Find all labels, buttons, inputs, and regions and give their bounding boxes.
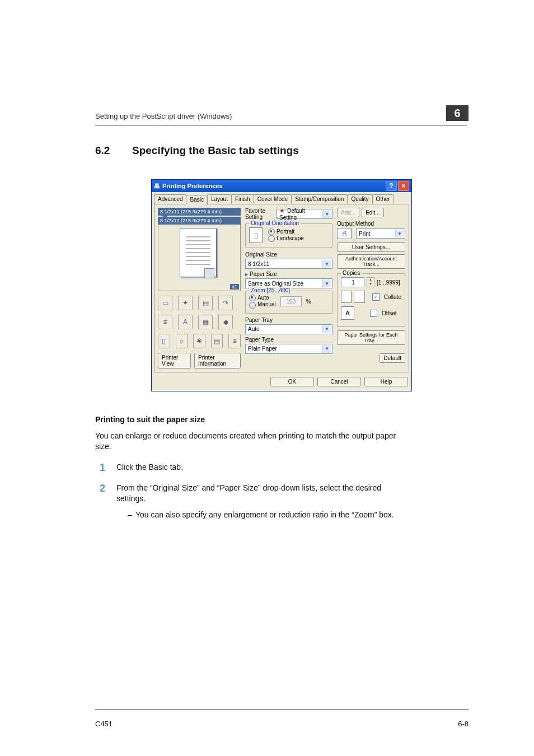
step-number-2: 2 (95, 483, 105, 520)
preview-header-top: 8 1/2x11 (215.9x279.4 mm) (158, 208, 241, 216)
option-icon[interactable]: A (178, 315, 193, 329)
tab-quality[interactable]: Quality (347, 194, 372, 204)
close-icon[interactable]: × (398, 181, 409, 191)
chevron-down-icon: ▼ (322, 345, 331, 353)
copies-group-title: Copies (341, 270, 362, 276)
auth-track-button[interactable]: Authentication/Account Track... (337, 254, 405, 269)
zoom-manual-radio[interactable]: Manual (249, 301, 276, 308)
dialog-titlebar: 🖶 Printing Preferences ? × (152, 180, 411, 192)
paper-settings-tray-button[interactable]: Paper Settings for Each Tray... (337, 330, 405, 345)
add-button: Add... (337, 208, 359, 217)
step-number-1: 1 (95, 462, 105, 474)
tab-basic[interactable]: Basic (186, 195, 207, 204)
zoom-group-title: Zoom [25...400] (249, 287, 292, 293)
printer-icon: 🖶 (154, 183, 160, 189)
tab-other[interactable]: Other (372, 194, 394, 204)
preview-header-bottom: 8 1/2x11 (215.9x279.4 mm) (158, 217, 241, 225)
section-name: Specifying the Basic tab settings (132, 144, 299, 156)
tab-finish[interactable]: Finish (231, 194, 254, 204)
user-settings-button[interactable]: User Settings... (337, 242, 405, 252)
chevron-down-icon: ▼ (322, 325, 331, 333)
chevron-down-icon: ▼ (322, 260, 331, 268)
original-size-label: Original Size (245, 251, 332, 258)
portrait-icon: ▯ (249, 227, 263, 243)
chapter-badge: 6 (446, 105, 469, 121)
option-icon[interactable]: ✦ (178, 296, 193, 310)
paper-tray-dropdown[interactable]: Auto▼ (245, 324, 332, 334)
zoom-auto-radio[interactable]: Auto (249, 295, 276, 301)
offset-label: Offset (382, 310, 397, 316)
option-icon[interactable]: ◆ (218, 315, 233, 329)
chevron-down-icon: ▼ (322, 210, 331, 218)
dialog-button-bar: OK Cancel Help (152, 376, 411, 391)
option-icon[interactable]: ▯ (158, 334, 170, 348)
copies-input[interactable]: 1 (341, 277, 364, 287)
original-size-dropdown[interactable]: 8 1/2x11▼ (245, 259, 332, 269)
section-number: 6.2 (95, 144, 132, 157)
option-icon[interactable]: ▤ (211, 334, 223, 348)
header-rule (95, 125, 467, 125)
footer-rule (95, 710, 469, 710)
paper-type-label: Paper Type (245, 337, 332, 343)
collate-checkbox[interactable]: ✓ (372, 293, 380, 301)
option-icon[interactable]: ↷ (218, 296, 233, 310)
tab-panel-basic: 8 1/2x11 (215.9x279.4 mm) 8 1/2x11 (215.… (154, 204, 409, 372)
tab-bar: Advanced Basic Layout Finish Cover Mode … (152, 192, 411, 204)
option-icon[interactable]: ▭ (158, 296, 172, 310)
option-icon[interactable]: ≡ (228, 334, 241, 348)
help-button[interactable]: Help (364, 377, 408, 386)
tab-cover-mode[interactable]: Cover Mode (254, 194, 292, 204)
section-title: 6.2Specifying the Basic tab settings (95, 144, 467, 157)
arrow-down-icon: ▸ (245, 271, 248, 277)
zoom-x1-badge: x1 (230, 284, 239, 290)
footer-model: C451 (95, 720, 113, 728)
favorite-label: Favorite Setting (245, 208, 274, 220)
screenshot-dialog: 🖶 Printing Preferences ? × Advanced Basi… (151, 179, 411, 391)
collate-icon (341, 291, 352, 303)
calendar-icon (204, 268, 214, 278)
tab-advanced[interactable]: Advanced (154, 194, 186, 204)
chevron-down-icon: ▼ (395, 230, 404, 237)
copies-range: [1...9999] (377, 279, 400, 286)
option-icon[interactable]: ▦ (198, 315, 213, 329)
tab-stamp[interactable]: Stamp/Composition (291, 194, 348, 204)
subhead: Printing to suit the paper size (95, 415, 467, 424)
printer-info-button[interactable]: Printer Information (194, 353, 241, 368)
output-method-dropdown[interactable]: Print▼ (356, 228, 405, 239)
paper-type-dropdown[interactable]: Plain Paper▼ (245, 344, 332, 354)
zoom-value[interactable]: 100 (280, 296, 302, 306)
intro-paragraph: You can enlarge or reduce documents crea… (95, 431, 409, 452)
paper-tray-label: Paper Tray (245, 317, 332, 323)
default-button[interactable]: Default (380, 353, 405, 363)
output-method-label: Output Method (337, 221, 405, 227)
printer-icon: 🖨 (337, 228, 352, 239)
collate-label: Collate (384, 294, 401, 300)
landscape-radio[interactable]: Landscape (268, 235, 304, 242)
portrait-radio[interactable]: Portrait (268, 228, 304, 235)
tab-layout[interactable]: Layout (207, 194, 232, 204)
option-icon[interactable]: ▤ (198, 296, 213, 310)
page-preview: x1 (158, 225, 241, 291)
step-1: Click the Basic tab. (116, 462, 409, 474)
running-head: Setting up the PostScript driver (Window… (95, 112, 467, 120)
paper-size-label: Paper Size (250, 271, 277, 277)
offset-icon: A (341, 306, 354, 320)
star-icon: ★ (279, 207, 285, 214)
offset-checkbox[interactable] (370, 310, 377, 317)
edit-button[interactable]: Edit... (362, 208, 384, 217)
option-icons: ▭ ✦ ▤ ↷ ≡ A ▦ ◆ ▯ ☼ (158, 296, 241, 348)
favorite-dropdown[interactable]: ★Default Setting ▼ (277, 209, 332, 219)
step-2: From the “Original Size” and “Paper Size… (116, 483, 409, 520)
arrow-down-icon (162, 216, 168, 219)
option-icon[interactable]: ≡ (158, 315, 172, 329)
zoom-pct: % (306, 298, 311, 305)
cancel-button[interactable]: Cancel (317, 377, 361, 386)
ok-button[interactable]: OK (270, 377, 314, 386)
option-icon[interactable]: ☼ (176, 334, 188, 348)
dialog-title: Printing Preferences (162, 183, 223, 189)
help-icon[interactable]: ? (386, 181, 397, 191)
collate-icon (354, 291, 364, 303)
option-icon[interactable]: ❀ (193, 334, 205, 348)
printer-view-button[interactable]: Printer View (158, 353, 191, 368)
chevron-down-icon: ▼ (322, 279, 331, 287)
